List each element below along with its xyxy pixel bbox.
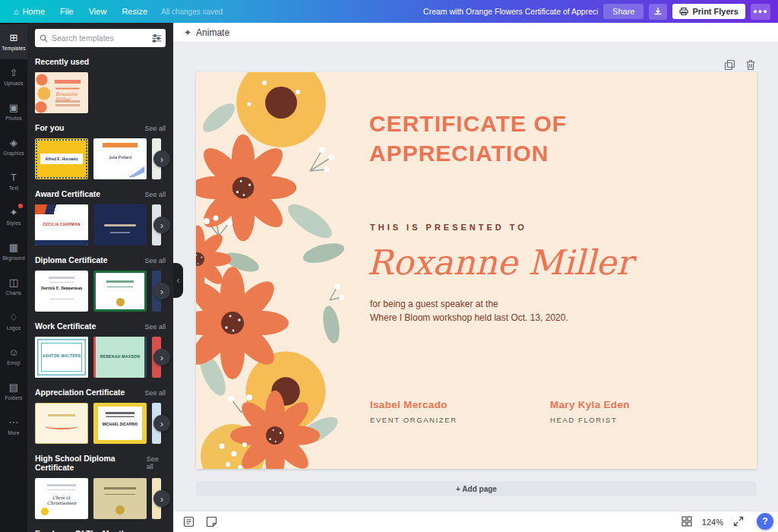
template-thumbnail[interactable]: REBEKAH MAXSON: [93, 337, 147, 378]
section-title: Award Certificate: [35, 189, 100, 198]
grid-view-icon: [682, 516, 692, 527]
template-thumbnail-name: Roxanne Miller: [53, 92, 87, 103]
signature-block-1[interactable]: Isabel Mercado EVENT ORGANIZER: [370, 399, 457, 424]
recipient-name[interactable]: Roxanne Miller: [367, 242, 632, 283]
certificate-body-text[interactable]: for being a guest speaker at the Where I…: [370, 297, 568, 325]
print-flyers-button[interactable]: Print Flyers: [672, 4, 745, 19]
section-title: Diploma Certificate: [35, 255, 108, 264]
home-icon: ⌂: [14, 7, 19, 16]
animate-button[interactable]: ✦ Animate: [184, 27, 229, 38]
help-button[interactable]: ?: [757, 513, 773, 530]
sidebar-item-charts[interactable]: ◫Charts: [0, 269, 27, 304]
sidebar-item-uploads[interactable]: ⇧Uploads: [0, 59, 27, 94]
template-sections: Recently usedRoxanne MillerFor youSee al…: [35, 57, 166, 532]
templates-icon: ⊞: [10, 33, 18, 43]
fullscreen-icon: [733, 516, 744, 527]
menu-view[interactable]: View: [81, 0, 115, 23]
sidebar-item-more[interactable]: ⋯More: [0, 409, 27, 444]
notes-button[interactable]: [205, 516, 217, 528]
template-section: Recently usedRoxanne Miller: [35, 57, 166, 113]
duplicate-page-button[interactable]: [723, 59, 735, 71]
filter-icon[interactable]: [152, 34, 161, 43]
download-button[interactable]: [649, 4, 667, 20]
template-thumbnail[interactable]: ASHTON WALTERS: [35, 337, 88, 378]
rail-item-label: More: [8, 430, 20, 435]
template-thumbnail-name: Derrick E. Dennerman: [35, 286, 88, 291]
sidebar-item-bkground[interactable]: ▦Bkground: [0, 234, 27, 269]
certificate-page[interactable]: CERTIFICATE OF APPRECIATION THIS IS PRES…: [196, 72, 757, 469]
see-all-link[interactable]: See all: [144, 191, 166, 198]
template-thumbnail[interactable]: Roxanne Miller: [35, 72, 88, 113]
scroll-right-button[interactable]: ›: [153, 490, 170, 507]
more-icon: ⋯: [9, 417, 19, 428]
section-title: Work Certificate: [35, 321, 96, 331]
scroll-right-button[interactable]: ›: [153, 217, 170, 233]
see-all-link[interactable]: See all: [144, 323, 166, 331]
pages-view-icon: [183, 516, 194, 527]
rail-item-label: Styles: [7, 220, 21, 226]
template-thumbnail-name: CECILIA CHAPMAN: [35, 222, 88, 227]
section-title: Appreciation Certificate: [35, 388, 125, 397]
template-thumbnail[interactable]: Julia Pollard: [93, 138, 147, 179]
autosave-status: All changes saved: [161, 8, 223, 16]
section-title: Recently used: [35, 57, 89, 66]
sidebar-item-graphics[interactable]: ◈Graphics: [0, 129, 27, 164]
sidebar-item-templates[interactable]: ⊞Templates: [0, 24, 27, 59]
floral-illustration: [196, 72, 362, 469]
template-thumbnail-name: REBEKAH MAXSON: [96, 354, 144, 359]
thumbnail-row: Alfred E. HorowitzJulia Pollard›: [35, 138, 166, 179]
see-all-link[interactable]: See all: [147, 455, 166, 470]
menu-home[interactable]: ⌂Home: [6, 0, 52, 23]
zoom-level[interactable]: 124%: [702, 518, 723, 527]
template-thumbnail[interactable]: CECILIA CHAPMAN: [35, 204, 88, 245]
template-thumbnail[interactable]: Chris O. Christiansen: [35, 478, 88, 519]
sidebar-item-text[interactable]: TText: [0, 164, 27, 199]
sidebar-item-logos[interactable]: ♢Logos: [0, 304, 27, 339]
signature-role: HEAD FLORIST: [550, 416, 630, 424]
scroll-right-button[interactable]: ›: [153, 415, 170, 432]
search-icon: [40, 34, 48, 43]
see-all-link[interactable]: See all: [144, 257, 166, 264]
menu-file[interactable]: File: [52, 0, 81, 23]
sidebar-item-emoji[interactable]: ☺Emoji: [0, 339, 27, 374]
template-thumbnail[interactable]: [93, 271, 147, 312]
emoji-icon: ☺: [8, 347, 18, 358]
grid-view-button[interactable]: [681, 516, 693, 528]
menu-resize[interactable]: Resize: [114, 0, 155, 23]
statusbar: 124%: [173, 511, 778, 532]
section-title: High School Diploma Certificate: [35, 454, 147, 472]
sidebar-item-folders[interactable]: ▤Folders: [0, 374, 27, 409]
scroll-right-button[interactable]: ›: [153, 150, 170, 167]
document-title[interactable]: Cream with Orange Flowers Certificate of…: [423, 7, 598, 16]
body-line1: for being a guest speaker at the: [370, 299, 498, 309]
sidebar-item-photos[interactable]: ▣Photos: [0, 94, 27, 129]
scroll-right-button[interactable]: ›: [153, 283, 170, 299]
see-all-link[interactable]: See all: [144, 125, 166, 132]
rail-item-label: Folders: [5, 395, 22, 401]
fullscreen-button[interactable]: [732, 516, 745, 528]
sidebar-item-styles[interactable]: ✦Styles: [0, 199, 27, 234]
search-input[interactable]: [52, 33, 148, 43]
certificate-title[interactable]: CERTIFICATE OF APPRECIATION: [369, 109, 567, 168]
share-button[interactable]: Share: [603, 4, 644, 19]
scroll-right-button[interactable]: ›: [153, 349, 170, 366]
print-flyers-label: Print Flyers: [692, 7, 738, 16]
topbar-more-button[interactable]: ●●●: [751, 4, 770, 20]
template-thumbnail[interactable]: Derrick E. Dennerman: [35, 271, 88, 312]
template-thumbnail[interactable]: [93, 204, 147, 245]
pages-view-button[interactable]: [182, 516, 194, 528]
template-thumbnail[interactable]: MICHAEL DICAPRIO: [93, 403, 147, 444]
template-thumbnail[interactable]: Alfred E. Horowitz: [35, 138, 88, 179]
signature-role: EVENT ORGANIZER: [370, 416, 457, 424]
presented-to-label[interactable]: THIS IS PRESENTED TO: [370, 223, 527, 232]
template-thumbnail[interactable]: [93, 478, 147, 519]
template-thumbnail-name: Alfred E. Horowitz: [35, 157, 88, 162]
add-page-button[interactable]: + Add page: [196, 481, 757, 496]
rail-item-label: Uploads: [4, 81, 23, 86]
template-section: Diploma CertificateSee allDerrick E. Den…: [35, 255, 166, 312]
see-all-link[interactable]: See all: [144, 389, 166, 397]
delete-page-button[interactable]: [745, 59, 757, 71]
template-thumbnail[interactable]: [35, 403, 88, 444]
signature-block-2[interactable]: Mary Kyla Eden HEAD FLORIST: [550, 399, 630, 424]
panel-collapse-handle[interactable]: ‹: [173, 263, 183, 298]
